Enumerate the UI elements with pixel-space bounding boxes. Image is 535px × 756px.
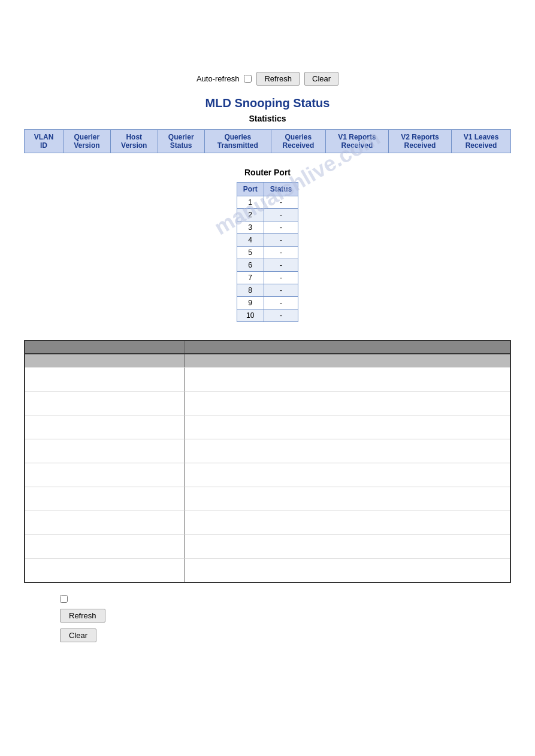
router-port-num: 4 [237, 234, 264, 247]
bottom-subheader-row [25, 354, 510, 367]
router-port-status: - [264, 209, 298, 221]
col-querier-status: QuerierStatus [158, 130, 204, 153]
bottom-table [24, 340, 511, 583]
router-port-container: Port Status 1-2-3-4-5-6-7-8-9-10- [24, 182, 511, 322]
auto-refresh-label: Auto-refresh [197, 74, 240, 83]
router-port-status: - [264, 247, 298, 259]
router-row: 3- [237, 221, 298, 234]
table-row [25, 415, 510, 439]
statistics-header-row: VLANID QuerierVersion HostVersion Querie… [25, 130, 511, 153]
col-querier-version: QuerierVersion [63, 130, 110, 153]
router-row: 8- [237, 284, 298, 297]
router-row: 1- [237, 196, 298, 209]
bottom-controls: Refresh Clear [24, 595, 511, 642]
bottom-header-col2 [185, 341, 510, 354]
router-port-status: - [264, 234, 298, 247]
col-v2-reports-received: V2 ReportsReceived [388, 130, 451, 153]
router-port-status: - [264, 284, 298, 297]
router-row: 7- [237, 272, 298, 284]
col-queries-transmitted: QueriesTransmitted [204, 130, 271, 153]
refresh-button[interactable]: Refresh [256, 72, 300, 86]
table-row [25, 535, 510, 558]
bottom-clear-button[interactable]: Clear [60, 629, 96, 642]
top-controls-bar: Auto-refresh Refresh Clear [24, 72, 511, 86]
table-row [25, 367, 510, 391]
auto-refresh-checkbox[interactable] [244, 75, 252, 83]
router-row: 6- [237, 259, 298, 272]
router-port-table: Port Status 1-2-3-4-5-6-7-8-9-10- [237, 182, 299, 322]
router-port-status: - [264, 221, 298, 234]
bottom-checkbox-row [60, 595, 68, 603]
bottom-subheader-col2 [185, 354, 510, 367]
router-row: 4- [237, 234, 298, 247]
router-port-status: - [264, 297, 298, 309]
router-port-num: 7 [237, 272, 264, 284]
col-v1-leaves-received: V1 LeavesReceived [451, 130, 510, 153]
router-port-num: 3 [237, 221, 264, 234]
statistics-table: VLANID QuerierVersion HostVersion Querie… [24, 129, 511, 153]
col-v1-reports-received: V1 ReportsReceived [325, 130, 388, 153]
router-port-status: - [264, 196, 298, 209]
table-row [25, 511, 510, 535]
bottom-auto-refresh-checkbox[interactable] [60, 595, 68, 603]
bottom-header-col1 [25, 341, 185, 354]
router-port-status: - [264, 272, 298, 284]
router-row: 10- [237, 309, 298, 322]
page-title: MLD Snooping Status [24, 96, 511, 110]
router-row: 2- [237, 209, 298, 221]
router-port-num: 10 [237, 309, 264, 322]
col-port: Port [237, 183, 264, 196]
bottom-refresh-button[interactable]: Refresh [60, 609, 105, 623]
router-row: 5- [237, 247, 298, 259]
router-port-header: Port Status [237, 183, 298, 196]
router-port-num: 8 [237, 284, 264, 297]
table-row [25, 439, 510, 463]
table-row [25, 558, 510, 582]
bottom-header-row [25, 341, 510, 354]
router-port-status: - [264, 309, 298, 322]
router-port-title: Router Port [24, 168, 511, 177]
col-status: Status [264, 183, 298, 196]
bottom-subheader-col1 [25, 354, 185, 367]
router-port-status: - [264, 259, 298, 272]
statistics-section-title: Statistics [24, 114, 511, 123]
col-queries-received: QueriesReceived [271, 130, 325, 153]
router-port-num: 9 [237, 297, 264, 309]
table-row [25, 487, 510, 511]
clear-button[interactable]: Clear [304, 72, 338, 86]
table-row [25, 391, 510, 415]
router-port-num: 5 [237, 247, 264, 259]
router-row: 9- [237, 297, 298, 309]
router-port-num: 1 [237, 196, 264, 209]
col-host-version: HostVersion [110, 130, 158, 153]
table-row [25, 463, 510, 487]
router-port-num: 6 [237, 259, 264, 272]
router-port-num: 2 [237, 209, 264, 221]
col-vlan-id: VLANID [25, 130, 64, 153]
bottom-section [24, 340, 511, 583]
